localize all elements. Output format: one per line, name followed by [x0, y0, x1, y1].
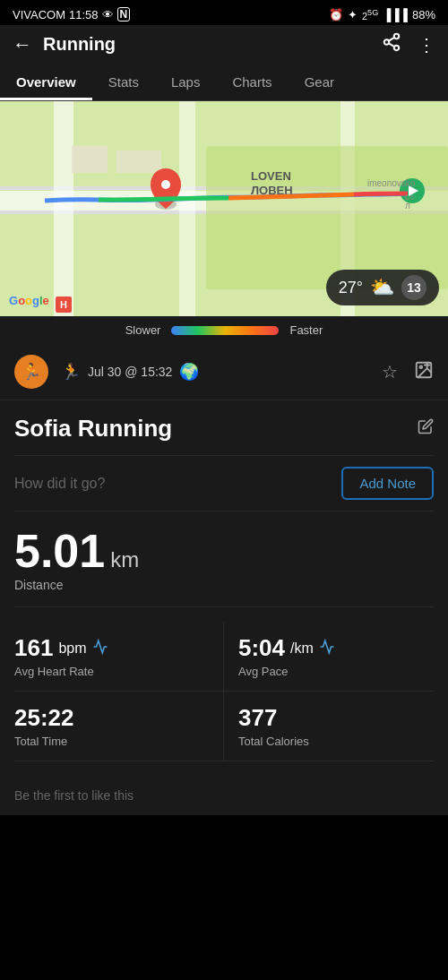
pace-value: 5:04 /km [238, 634, 434, 662]
activity-title: Sofia Running [14, 415, 172, 443]
main-content: Sofia Running How did it go? Add Note 5.… [0, 400, 448, 776]
status-right: ⏰ ✦ 25G ▐▐▐ 88% [329, 8, 435, 21]
bluetooth-icon: ✦ [348, 8, 358, 21]
svg-rect-9 [54, 101, 73, 316]
more-options-button[interactable]: ⋮ [418, 34, 435, 56]
avg-pace-cell: 5:04 /km Avg Pace [224, 622, 434, 692]
svg-text:imeonovsko: imeonovsko [367, 178, 416, 188]
share-button[interactable] [382, 32, 401, 56]
speed-gradient-bar [171, 326, 279, 335]
activity-date: Jul 30 @ 15:32 [88, 365, 172, 379]
heart-rate-icon [92, 639, 108, 658]
status-bar: VIVACOM 11:58 👁 N ⏰ ✦ 25G ▐▐▐ 88% [0, 0, 448, 25]
speed-legend: Slower Faster [0, 316, 448, 344]
distance-value: 5.01km [14, 528, 434, 574]
svg-text:H: H [60, 299, 67, 310]
bottom-teaser: Be the first to like this [0, 776, 448, 815]
distance-stat: 5.01km Distance [14, 528, 434, 607]
image-add-icon[interactable] [414, 360, 434, 384]
nav-tabs: Overview Stats Laps Charts Gear [0, 64, 448, 101]
note-placeholder: How did it go? [14, 476, 105, 492]
total-time-cell: 25:22 Total Time [14, 692, 224, 761]
alarm-icon: ⏰ [329, 8, 343, 21]
activity-action-icons: ☆ [382, 360, 434, 384]
svg-rect-13 [72, 146, 108, 173]
slower-label: Slower [125, 323, 161, 337]
faster-label: Faster [289, 323, 323, 337]
calories-value: 377 [238, 704, 434, 732]
activity-badge: 🏃 [14, 355, 48, 389]
activity-meta: 🏃 Jul 30 @ 15:32 🌍 [61, 362, 369, 382]
svg-rect-14 [116, 150, 161, 173]
run-symbol: 🏃 [61, 362, 81, 382]
svg-point-18 [161, 180, 170, 189]
activity-header: 🏃 🏃 Jul 30 @ 15:32 🌍 ☆ [0, 344, 448, 400]
tab-charts[interactable]: Charts [216, 64, 288, 100]
map-container: H LOVEN ЛОВЕН imeonovsko Lo Л 27° ⛅ 13 G… [0, 101, 448, 316]
svg-text:Л: Л [405, 202, 410, 211]
tab-laps[interactable]: Laps [155, 64, 217, 100]
tab-gear[interactable]: Gear [289, 64, 350, 100]
battery-text: 88% [412, 8, 435, 21]
bars-icon: ▐▐▐ [383, 8, 408, 21]
svg-line-4 [389, 38, 394, 41]
tab-overview[interactable]: Overview [0, 64, 92, 100]
add-note-button[interactable]: Add Note [341, 467, 434, 500]
stats-grid: 161 bpm Avg Heart Rate 5:04 /km [14, 622, 434, 761]
eye-icon: 👁 [102, 8, 114, 21]
run-icon: 🏃 [22, 362, 41, 382]
pace-icon [319, 639, 335, 658]
avg-heart-rate-cell: 161 bpm Avg Heart Rate [14, 622, 224, 692]
weather-number: 13 [401, 275, 426, 300]
signal-icon: 25G [362, 8, 378, 21]
top-action-icons: ⋮ [382, 32, 435, 56]
globe-icon: 🌍 [179, 362, 199, 382]
total-calories-cell: 377 Total Calories [224, 692, 434, 761]
activity-title-row: Sofia Running [14, 415, 434, 443]
calories-label: Total Calories [238, 735, 434, 748]
edit-button[interactable] [418, 418, 434, 439]
google-logo: Google [9, 294, 49, 307]
teaser-text: Be the first to like this [14, 788, 134, 803]
tab-stats[interactable]: Stats [92, 64, 155, 100]
heart-rate-value: 161 bpm [14, 634, 209, 662]
note-area: How did it go? Add Note [14, 455, 434, 511]
svg-text:LOVEN: LOVEN [251, 169, 291, 183]
top-bar: ← Running ⋮ [0, 25, 448, 64]
svg-point-27 [419, 365, 422, 368]
time-value: 25:22 [14, 704, 209, 732]
back-button[interactable]: ← [13, 33, 32, 56]
carrier-text: VIVACOM [13, 8, 65, 21]
n-icon: N [117, 7, 131, 21]
star-icon[interactable]: ☆ [382, 361, 398, 383]
page-title: Running [43, 34, 382, 55]
pace-label: Avg Pace [238, 665, 434, 678]
status-left: VIVACOM 11:58 👁 N [13, 7, 130, 21]
time-text: 11:58 [69, 8, 99, 21]
weather-icon: ⛅ [370, 276, 394, 299]
svg-rect-12 [206, 146, 448, 289]
time-label: Total Time [14, 735, 209, 748]
temperature: 27° [339, 279, 363, 297]
svg-text:Lo: Lo [405, 193, 414, 202]
weather-overlay: 27° ⛅ 13 [326, 270, 439, 305]
svg-line-3 [389, 43, 394, 47]
distance-label: Distance [14, 578, 434, 592]
heart-rate-label: Avg Heart Rate [14, 665, 209, 678]
svg-rect-10 [179, 101, 195, 316]
